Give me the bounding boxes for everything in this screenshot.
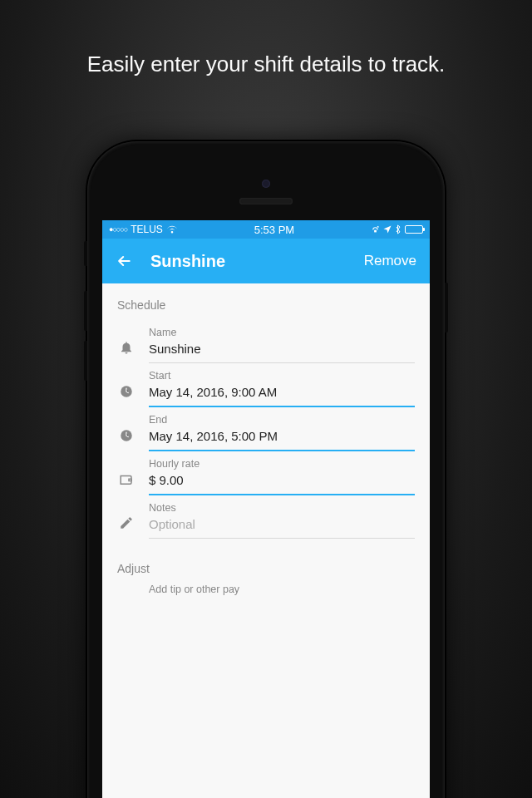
section-header-adjust: Adjust — [102, 539, 430, 584]
adjust-sub-label: Add tip or other pay — [149, 584, 415, 595]
phone-screen: ●○○○○ TELUS 5:53 PM — [102, 220, 430, 798]
wallet-icon — [117, 472, 135, 495]
signal-dots-icon: ●○○○○ — [109, 225, 127, 234]
battery-icon — [405, 225, 423, 234]
name-label: Name — [149, 327, 415, 338]
carrier-label: TELUS — [131, 224, 163, 235]
nav-title: Sunshine — [150, 252, 364, 271]
bluetooth-icon — [395, 224, 401, 234]
pencil-icon — [117, 515, 135, 539]
start-value[interactable]: May 14, 2016, 9:00 AM — [149, 385, 415, 407]
field-row-notes[interactable]: Notes Optional — [102, 495, 430, 539]
clock-label: 5:53 PM — [178, 224, 371, 236]
section-header-schedule: Schedule — [102, 283, 430, 320]
end-value[interactable]: May 14, 2016, 5:00 PM — [149, 429, 415, 451]
field-row-end[interactable]: End May 14, 2016, 5:00 PM — [102, 407, 430, 451]
notes-value[interactable]: Optional — [149, 517, 415, 539]
status-bar: ●○○○○ TELUS 5:53 PM — [102, 220, 430, 239]
clock-icon — [117, 428, 135, 451]
back-button[interactable] — [116, 253, 132, 269]
orientation-lock-icon — [371, 225, 380, 234]
location-icon — [383, 225, 392, 234]
field-row-adjust[interactable]: Add tip or other pay — [102, 584, 430, 598]
form-content: Schedule Name Sunshine Start May 14, 2 — [102, 283, 430, 798]
field-row-start[interactable]: Start May 14, 2016, 9:00 AM — [102, 363, 430, 407]
marketing-headline: Easily enter your shift details to track… — [0, 0, 532, 77]
end-label: End — [149, 414, 415, 426]
field-row-name[interactable]: Name Sunshine — [102, 320, 430, 363]
rate-label: Hourly rate — [149, 458, 415, 470]
start-label: Start — [149, 370, 415, 382]
bell-icon — [117, 340, 135, 363]
clock-icon — [117, 384, 135, 407]
wifi-icon — [166, 225, 178, 234]
phone-frame: ●○○○○ TELUS 5:53 PM — [87, 141, 445, 798]
rate-value[interactable]: $ 9.00 — [149, 473, 415, 495]
remove-button[interactable]: Remove — [364, 253, 416, 269]
notes-label: Notes — [149, 502, 415, 514]
nav-bar: Sunshine Remove — [102, 239, 430, 283]
name-value[interactable]: Sunshine — [149, 342, 415, 363]
field-row-rate[interactable]: Hourly rate $ 9.00 — [102, 451, 430, 495]
svg-point-3 — [130, 480, 131, 481]
